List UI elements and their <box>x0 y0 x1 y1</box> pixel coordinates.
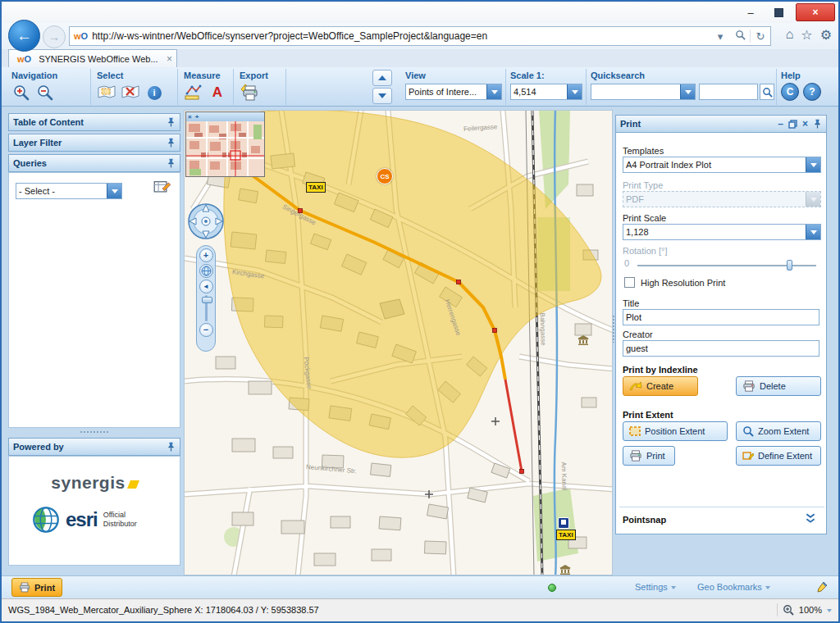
browser-window: – × ← → wO http://w-ws-wintner/WebOffice… <box>0 0 840 623</box>
templates-select[interactable]: A4 Portrait Index Plot <box>623 157 821 173</box>
dropdown-arrow-icon <box>810 163 817 167</box>
query-select-arrow[interactable] <box>107 184 121 198</box>
quicksearch-select-arrow[interactable] <box>680 84 695 99</box>
query-select[interactable]: - Select - <box>16 183 122 199</box>
title-input[interactable] <box>623 309 819 325</box>
panel-restore-icon[interactable] <box>788 120 797 129</box>
query-definition-button[interactable] <box>153 180 171 199</box>
rotation-value: 0 <box>624 258 629 268</box>
panel-close-icon[interactable]: × <box>802 118 808 130</box>
contact-button[interactable]: C <box>781 83 799 101</box>
sidebar-panel-queries[interactable]: Queries <box>8 154 180 172</box>
search-icon <box>762 87 773 98</box>
help-group-label: Help <box>781 70 801 80</box>
full-extent-button[interactable] <box>199 264 213 278</box>
overview-move-icon[interactable]: + <box>195 113 199 121</box>
overview-close-icon[interactable]: × <box>188 113 192 121</box>
help-button[interactable]: ? <box>803 83 821 101</box>
create-icon <box>629 380 642 392</box>
print-task-tab[interactable]: Print <box>11 578 62 597</box>
creator-input[interactable] <box>623 340 819 357</box>
overview-map-image[interactable] <box>186 121 264 176</box>
measure-tool[interactable] <box>184 83 203 102</box>
text-annotation-icon: A <box>212 84 222 101</box>
templates-select-arrow[interactable] <box>806 157 820 172</box>
zoom-widget: + ◄ − <box>196 245 216 352</box>
sidebar-panel-powered-by[interactable]: Powered by <box>8 438 180 456</box>
settings-gear-icon[interactable]: ⚙ <box>820 27 832 43</box>
quicksearch-select[interactable] <box>591 84 696 100</box>
zoom-control[interactable]: 100% <box>777 603 832 616</box>
map-canvas[interactable] <box>185 111 613 575</box>
zoom-extent-button[interactable]: Zoom Extent <box>736 421 821 441</box>
favorites-icon[interactable]: ☆ <box>801 27 812 43</box>
redlining-pencil-button[interactable] <box>815 580 829 597</box>
view-select[interactable]: Points of Intere... <box>405 84 502 100</box>
print-button[interactable]: Print <box>623 446 675 466</box>
pin-icon[interactable] <box>167 158 176 168</box>
zoom-level[interactable]: 100% <box>799 605 822 615</box>
refresh-icon[interactable]: ↻ <box>751 30 770 43</box>
address-dropdown-caret[interactable]: ▾ <box>710 30 730 43</box>
create-indexline-button[interactable]: Create <box>623 376 698 396</box>
print-scale-select[interactable]: 1,128 <box>623 224 821 240</box>
double-chevron-down-icon <box>805 512 816 524</box>
pin-icon[interactable] <box>813 119 822 129</box>
zoom-out-button[interactable]: − <box>199 323 213 337</box>
position-extent-button[interactable]: Position Extent <box>623 421 728 441</box>
sidebar-panel-layer-filter[interactable]: Layer Filter <box>8 134 180 152</box>
pointsnap-expand-button[interactable] <box>805 512 816 527</box>
print-export-tool[interactable] <box>240 83 259 102</box>
sidebar-panel-table-of-content[interactable]: Table of Content <box>8 113 180 131</box>
high-resolution-checkbox[interactable] <box>624 277 635 288</box>
define-extent-button[interactable]: Define Extent <box>736 446 821 466</box>
identify-tool[interactable]: i <box>144 83 164 102</box>
url-text[interactable]: http://w-ws-wintner/WebOffice/synserver?… <box>92 30 710 42</box>
print-scale-select-arrow[interactable] <box>806 225 820 239</box>
overview-map[interactable]: × + <box>185 111 265 177</box>
map-viewport[interactable]: TAXI TAXI CS Feilergasse Singergasse Her… <box>184 110 613 575</box>
delete-indexline-button[interactable]: Delete <box>736 376 821 396</box>
browser-navbar: ← → wO http://w-ws-wintner/WebOffice/syn… <box>2 23 838 49</box>
pin-icon[interactable] <box>167 138 176 148</box>
zoom-slider-handle[interactable] <box>202 297 212 303</box>
print-panel-header[interactable]: Print – × <box>615 115 827 133</box>
pan-compass[interactable] <box>187 202 225 243</box>
toolbar-collapse-down-button[interactable] <box>372 88 392 104</box>
scale-select-arrow[interactable] <box>567 84 582 99</box>
sidebar-resize-handle[interactable] <box>80 430 109 434</box>
back-button[interactable]: ← <box>8 20 40 52</box>
separator <box>777 603 778 616</box>
previous-extent-button[interactable]: ◄ <box>199 280 213 293</box>
scale-select[interactable]: 4,514 <box>510 84 582 100</box>
clear-selection-tool[interactable] <box>121 83 140 102</box>
address-search-icon[interactable] <box>730 30 750 43</box>
toolbar-collapse-up-button[interactable] <box>372 70 392 86</box>
home-icon[interactable]: ⌂ <box>786 27 794 43</box>
tab-close-icon[interactable]: × <box>167 53 172 65</box>
minimize-icon: – <box>747 7 753 19</box>
geo-bookmarks-menu[interactable]: Geo Bookmarks <box>697 582 770 592</box>
quicksearch-search-button[interactable] <box>760 84 774 100</box>
close-icon: × <box>812 7 818 18</box>
window-close-button[interactable]: × <box>796 3 835 21</box>
window-maximize-button[interactable] <box>766 5 791 20</box>
settings-menu[interactable]: Settings <box>635 582 676 592</box>
browser-tab[interactable]: wO SYNERGIS WebOffice Web... × <box>8 49 177 67</box>
forward-button[interactable]: → <box>43 25 66 48</box>
print-type-select: PDF <box>623 191 821 207</box>
quicksearch-input[interactable] <box>699 84 758 100</box>
address-bar[interactable]: wO http://w-ws-wintner/WebOffice/synserv… <box>69 26 771 46</box>
pin-icon[interactable] <box>167 117 176 127</box>
select-rectangle-tool[interactable] <box>97 83 116 102</box>
window-minimize-button[interactable]: – <box>738 5 763 20</box>
view-select-arrow[interactable] <box>486 84 501 99</box>
text-annotation-tool[interactable]: A <box>208 83 227 102</box>
zoom-in-tool[interactable] <box>11 83 31 102</box>
panel-minimize-icon[interactable]: – <box>778 118 783 130</box>
zoom-out-tool[interactable] <box>35 83 55 102</box>
zoom-slider[interactable] <box>205 295 208 321</box>
pin-icon[interactable] <box>167 442 176 452</box>
zoom-in-button[interactable]: + <box>199 248 213 262</box>
rotation-slider-handle[interactable] <box>787 260 792 271</box>
